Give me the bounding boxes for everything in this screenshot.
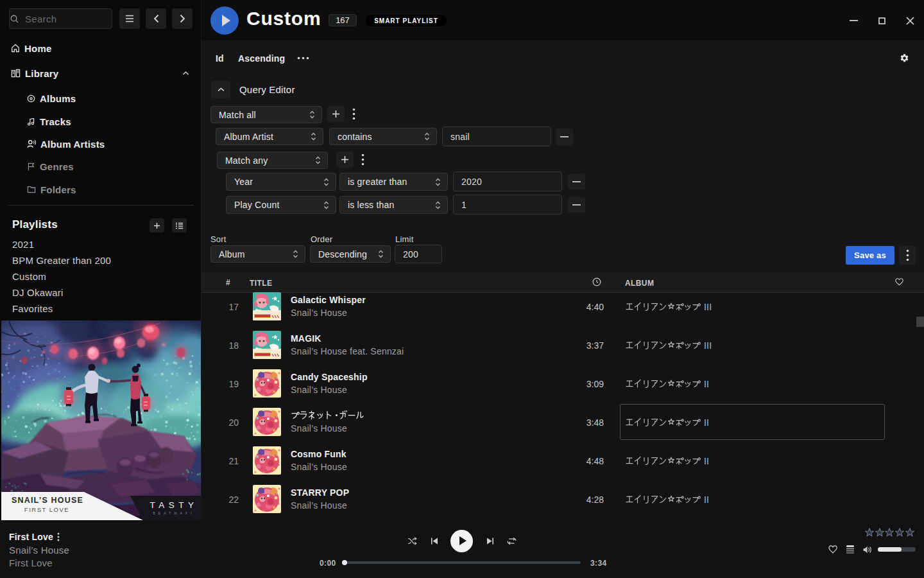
svg-text:SNAIL’S HOUSE: SNAIL’S HOUSE <box>12 496 83 505</box>
svg-text:BEATMAXI: BEATMAXI <box>153 511 195 515</box>
svg-text:TASTY: TASTY <box>150 500 198 510</box>
svg-text:FIRST LOVE: FIRST LOVE <box>24 506 69 513</box>
